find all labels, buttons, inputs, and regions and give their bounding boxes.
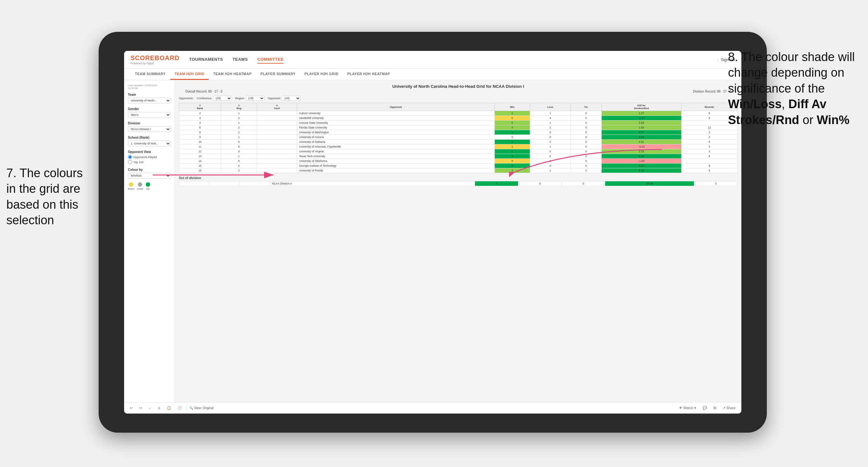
cell-rounds bbox=[681, 159, 737, 163]
cell-conf bbox=[257, 130, 297, 135]
table-row: 16 2 University of Florida 3 1 0 4.62 9 bbox=[179, 168, 738, 173]
undo-btn[interactable]: ↩ bbox=[128, 405, 134, 411]
cell-diff: 4.62 bbox=[601, 168, 681, 173]
school-rank-section: School (Rank) 1. University of Nort... bbox=[128, 136, 171, 146]
sub-nav-player-h2h-heatmap[interactable]: PLAYER H2H HEATMAP bbox=[343, 69, 395, 80]
cell-reg: 5 bbox=[221, 139, 257, 145]
cell-opponent: Texas Tech University bbox=[297, 154, 495, 159]
out-cell-loss: 0 bbox=[518, 181, 562, 186]
sub-nav-player-summary[interactable]: PLAYER SUMMARY bbox=[256, 69, 300, 80]
cell-diff: 3.67 bbox=[601, 130, 681, 135]
nav-tournaments[interactable]: TOURNAMENTS bbox=[189, 56, 223, 64]
cell-opponent: University of Florida bbox=[297, 168, 495, 173]
gender-select[interactable]: Men's bbox=[128, 112, 171, 118]
cell-loss: 0 bbox=[530, 163, 570, 168]
region-filter-select[interactable]: (All) bbox=[246, 96, 265, 101]
out-cell-win: 1 bbox=[475, 181, 518, 186]
cell-tie: 0 bbox=[570, 149, 601, 154]
nav-committee[interactable]: COMMITTEE bbox=[257, 56, 284, 64]
redo-btn[interactable]: ↪ bbox=[137, 405, 144, 411]
legend-down-dot bbox=[129, 182, 133, 187]
cell-diff: 1.67 bbox=[601, 111, 681, 116]
sub-nav: TEAM SUMMARY TEAM H2H GRID TEAM H2H HEAT… bbox=[124, 69, 741, 80]
col-conf: #Conf bbox=[257, 103, 297, 111]
cell-win: 3 bbox=[495, 154, 530, 159]
cell-conf bbox=[257, 168, 297, 173]
table-row: 8 2 University of Washington 1 0 0 3.67 … bbox=[179, 130, 738, 135]
cell-win: 0 bbox=[495, 159, 530, 163]
colour-by-select[interactable]: Win/loss bbox=[128, 173, 171, 179]
colour-by-label: Colour by bbox=[128, 168, 171, 172]
cell-win: 1 bbox=[495, 145, 530, 149]
cell-loss: 0 bbox=[530, 154, 570, 159]
opponent-filter-group: Opponent (All) bbox=[268, 96, 301, 101]
cell-diff: -1.00 bbox=[601, 159, 681, 163]
opponent-filter-select[interactable]: (All) bbox=[282, 96, 301, 101]
opponent-view-section: Opponent View Opponents Played Top 100 bbox=[128, 150, 171, 164]
cell-rank: 11 bbox=[179, 145, 221, 149]
cell-rank: 8 bbox=[179, 130, 221, 135]
comment-btn[interactable]: 💬 bbox=[701, 405, 709, 411]
cell-rank: 15 bbox=[179, 163, 221, 168]
main-content: Last Updated: 27/03/2024 16:55:38 Team U… bbox=[124, 80, 741, 402]
cell-win: 1 bbox=[495, 149, 530, 154]
cell-conf bbox=[257, 139, 297, 145]
cell-diff: 1.83 bbox=[601, 125, 681, 130]
opponent-view-label: Opponent View bbox=[128, 150, 171, 154]
sub-nav-player-h2h-grid[interactable]: PLAYER H2H GRID bbox=[300, 69, 343, 80]
radio-opponents-played[interactable]: Opponents Played bbox=[128, 155, 171, 159]
paste-btn[interactable]: 📋 bbox=[165, 405, 173, 411]
cell-win: 4 bbox=[495, 125, 530, 130]
conference-filter-group: Conference (All) bbox=[197, 96, 232, 101]
sub-nav-team-summary[interactable]: TEAM SUMMARY bbox=[130, 69, 170, 80]
cell-win: 0 bbox=[495, 135, 530, 139]
cell-rounds: 9 bbox=[681, 163, 737, 168]
division-select[interactable]: NCAA Division I bbox=[128, 126, 171, 132]
cell-rank: 4 bbox=[179, 121, 221, 125]
col-win: Win bbox=[495, 103, 530, 111]
cell-conf bbox=[257, 145, 297, 149]
cell-loss: 2 bbox=[530, 125, 570, 130]
conference-filter-select[interactable]: (All) bbox=[213, 96, 232, 101]
division-record: Division Record: 88 · 17 · 0 bbox=[693, 90, 731, 93]
team-select[interactable]: University of North... bbox=[128, 98, 171, 103]
colour-by-section: Colour by Win/loss bbox=[128, 168, 171, 179]
cell-rounds: 3 bbox=[681, 145, 737, 149]
clock-btn[interactable]: 🕐 bbox=[176, 405, 184, 411]
legend-down-label: Down bbox=[128, 187, 134, 190]
present-btn[interactable]: ⊞ bbox=[711, 405, 718, 411]
view-label: 🔍 View: Original bbox=[189, 406, 214, 410]
legend-up: Up bbox=[146, 182, 150, 190]
cell-win: 5 bbox=[495, 121, 530, 125]
out-table-row: NCAA Division II 1 0 0 26.00 3 bbox=[179, 181, 738, 186]
cell-diff: 2.61 bbox=[601, 139, 681, 145]
watch-btn[interactable]: 👁 Watch ▾ bbox=[677, 405, 698, 411]
col-reg: #Reg bbox=[221, 103, 257, 111]
nav-links: TOURNAMENTS TEAMS COMMITTEE bbox=[189, 56, 717, 64]
sub-nav-team-h2h-grid[interactable]: TEAM H2H GRID bbox=[170, 69, 209, 80]
annotation-left: 7. The colours in the grid are based on … bbox=[6, 165, 95, 228]
copy-btn[interactable]: ⎘ bbox=[156, 406, 162, 411]
school-rank-select[interactable]: 1. University of Nort... bbox=[128, 141, 171, 146]
cell-rank: 14 bbox=[179, 159, 221, 163]
table-row: 11 6 University of Arkansas, Fayettevill… bbox=[179, 145, 738, 149]
nav-teams[interactable]: TEAMS bbox=[232, 56, 248, 64]
gender-label: Gender bbox=[128, 107, 171, 111]
radio-top100[interactable]: Top 100 bbox=[128, 160, 171, 164]
logo-text: SCOREBOARD bbox=[130, 54, 180, 62]
cell-rounds: 3 bbox=[681, 149, 737, 154]
back-btn[interactable]: ← bbox=[146, 406, 154, 411]
cell-opponent: Vanderbilt University bbox=[297, 116, 495, 121]
cell-win: 1 bbox=[495, 130, 530, 135]
sub-nav-team-h2h-heatmap[interactable]: TEAM H2H HEATMAP bbox=[209, 69, 256, 80]
table-row: 6 2 Florida State University 4 2 0 1.83 … bbox=[179, 125, 738, 130]
cell-reg: 1 bbox=[221, 135, 257, 139]
share-btn[interactable]: ↗ Share bbox=[721, 405, 738, 411]
cell-loss: 0 bbox=[530, 130, 570, 135]
cell-rank: 3 bbox=[179, 116, 221, 121]
cell-rounds: 3 bbox=[681, 130, 737, 135]
legend-up-dot bbox=[146, 182, 150, 187]
out-cell-blank2 bbox=[209, 181, 240, 186]
cell-loss: 1 bbox=[530, 121, 570, 125]
cell-conf bbox=[257, 154, 297, 159]
